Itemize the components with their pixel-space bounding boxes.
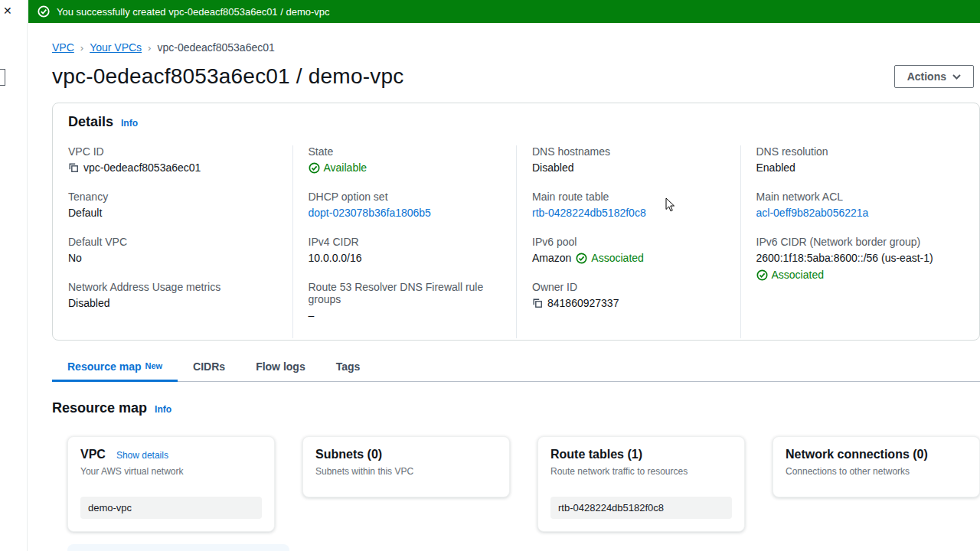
tab-label: Flow logs — [256, 360, 305, 373]
show-details-link[interactable]: Show details — [116, 450, 168, 461]
status-check-icon — [756, 269, 768, 281]
card-route-tables: Route tables (1) Route network traffic t… — [537, 436, 745, 532]
status-label: Associated — [591, 252, 643, 264]
status-associated: Associated — [756, 269, 824, 281]
field-value: No — [68, 252, 82, 264]
breadcrumb-separator: › — [148, 42, 151, 54]
field-label: DHCP option set — [309, 191, 503, 203]
page-title: vpc-0edeacf8053a6ec01 / demo-vpc — [52, 64, 403, 89]
success-check-icon — [38, 5, 50, 18]
field-vpc-id: VPC ID vpc-0edeacf8053a6ec01 — [68, 145, 279, 174]
field-value: Available — [324, 161, 368, 174]
resource-map-title: Resource map — [52, 400, 147, 416]
field-value: Disabled — [68, 297, 109, 309]
details-title: Details — [68, 114, 113, 130]
panel-close-icon[interactable]: ✕ — [3, 5, 12, 17]
field-value: 2600:1f18:5aba:8600::/56 (us-east-1) — [756, 252, 933, 264]
resource-chip-route-table[interactable]: rtb-0428224db5182f0c8 — [550, 497, 732, 519]
success-flashbar: You successfully created vpc-0edeacf8053… — [28, 0, 980, 23]
details-panel: Details Info VPC ID vpc-0edeacf8053a6e — [52, 103, 980, 341]
breadcrumb-separator: › — [80, 42, 83, 54]
tab-cidrs[interactable]: CIDRs — [178, 353, 240, 381]
status-label: Associated — [772, 269, 824, 281]
field-dns-hostnames: DNS hostnames Disabled — [532, 145, 727, 174]
field-label: Owner ID — [532, 281, 727, 293]
details-column-2: State Available DHCP option set dopt-023… — [292, 145, 517, 338]
field-ipv4-cidr: IPv4 CIDR 10.0.0.0/16 — [309, 236, 503, 264]
field-value: – — [309, 309, 315, 321]
card-title: Network connections (0) — [786, 448, 928, 461]
main-network-acl-link[interactable]: acl-0eff9b82ab056221a — [756, 207, 869, 219]
copy-icon[interactable] — [68, 162, 79, 173]
card-subnets: Subnets (0) Subnets within this VPC — [302, 436, 510, 497]
field-label: DNS hostnames — [532, 145, 727, 158]
main-area: You successfully created vpc-0edeacf8053… — [28, 0, 980, 551]
field-owner-id: Owner ID 841860927337 — [532, 281, 727, 309]
field-network-address-usage-metrics: Network Address Usage metrics Disabled — [68, 281, 279, 309]
field-label: Route 53 Resolver DNS Firewall rule grou… — [309, 281, 503, 305]
copy-icon[interactable] — [532, 298, 543, 308]
flashbar-message: You successfully created vpc-0edeacf8053… — [57, 6, 330, 18]
panel-partial-widget — [0, 69, 5, 86]
status-check-icon — [309, 162, 320, 174]
breadcrumb: VPC › Your VPCs › vpc-0edeacf8053a6ec01 — [52, 41, 980, 54]
field-label: DNS resolution — [756, 145, 951, 158]
details-info-link[interactable]: Info — [121, 118, 138, 129]
field-label: Main network ACL — [756, 191, 951, 203]
tab-label: Resource map — [67, 360, 141, 373]
collapsed-side-panel: ✕ — [0, 0, 28, 551]
tab-label: Tags — [336, 360, 361, 373]
field-value: 841860927337 — [547, 297, 619, 309]
field-label: IPv6 CIDR (Network border group) — [756, 236, 951, 248]
field-value: Default — [68, 207, 102, 219]
field-main-network-acl: Main network ACL acl-0eff9b82ab056221a — [756, 191, 951, 219]
resource-map-info-link[interactable]: Info — [155, 404, 172, 415]
chevron-down-icon — [952, 74, 961, 80]
page-content: VPC › Your VPCs › vpc-0edeacf8053a6ec01 … — [28, 41, 980, 551]
card-vpc: VPC Show details Your AWS virtual networ… — [67, 436, 275, 532]
field-label: Main route table — [532, 191, 727, 203]
card-title: VPC — [80, 448, 106, 461]
details-grid: VPC ID vpc-0edeacf8053a6ec01 Tenancy Def… — [53, 138, 979, 340]
vpc-console-screen: ✕ You successfully created vpc-0edeacf80… — [0, 0, 980, 551]
tab-tags[interactable]: Tags — [321, 353, 376, 381]
field-label: State — [309, 145, 503, 158]
breadcrumb-current: vpc-0edeacf8053a6ec01 — [157, 41, 274, 54]
card-subtitle: Subnets within this VPC — [315, 466, 497, 477]
field-tenancy: Tenancy Default — [68, 191, 279, 219]
breadcrumb-link-your-vpcs[interactable]: Your VPCs — [90, 41, 142, 54]
card-subtitle: Route network traffic to resources — [550, 466, 732, 477]
field-default-vpc: Default VPC No — [68, 236, 279, 264]
card-title: Route tables (1) — [550, 448, 642, 461]
resource-chip-vpc[interactable]: demo-vpc — [80, 497, 262, 519]
card-network-connections: Network connections (0) Connections to o… — [773, 436, 980, 497]
tab-resource-map[interactable]: Resource map New — [52, 353, 178, 381]
breadcrumb-link-vpc[interactable]: VPC — [52, 41, 74, 54]
dhcp-option-set-link[interactable]: dopt-023078b36fa1806b5 — [309, 207, 431, 219]
field-label: Default VPC — [68, 236, 279, 248]
card-subtitle: Your AWS virtual network — [80, 466, 262, 477]
tab-label: CIDRs — [193, 360, 225, 373]
status-check-icon — [576, 253, 587, 264]
field-dhcp-option-set: DHCP option set dopt-023078b36fa1806b5 — [309, 191, 503, 219]
actions-button[interactable]: Actions — [894, 65, 974, 88]
status-available: Available — [309, 161, 368, 174]
field-label: Network Address Usage metrics — [68, 281, 279, 293]
new-badge: New — [145, 361, 162, 370]
tab-bar: Resource map New CIDRs Flow logs Tags — [52, 353, 980, 382]
field-ipv6-pool: IPv6 pool Amazon Associated — [532, 236, 727, 264]
resource-map-promo: Introducing the VPC resource map ✕ — [67, 544, 289, 551]
field-label: Tenancy — [68, 191, 279, 203]
field-value: 10.0.0.0/16 — [309, 252, 362, 264]
main-route-table-link[interactable]: rtb-0428224db5182f0c8 — [532, 207, 646, 219]
details-column-1: VPC ID vpc-0edeacf8053a6ec01 Tenancy Def… — [68, 145, 292, 338]
title-row: vpc-0edeacf8053a6ec01 / demo-vpc Actions — [52, 64, 980, 89]
field-ipv6-cidr: IPv6 CIDR (Network border group) 2600:1f… — [756, 236, 951, 281]
field-label: IPv6 pool — [532, 236, 727, 248]
field-dns-resolution: DNS resolution Enabled — [756, 145, 951, 174]
details-panel-header: Details Info — [53, 103, 979, 138]
tab-flow-logs[interactable]: Flow logs — [240, 353, 321, 381]
field-value: Disabled — [532, 161, 573, 174]
field-value: Enabled — [756, 161, 795, 174]
resource-map-header: Resource map Info — [52, 400, 980, 416]
